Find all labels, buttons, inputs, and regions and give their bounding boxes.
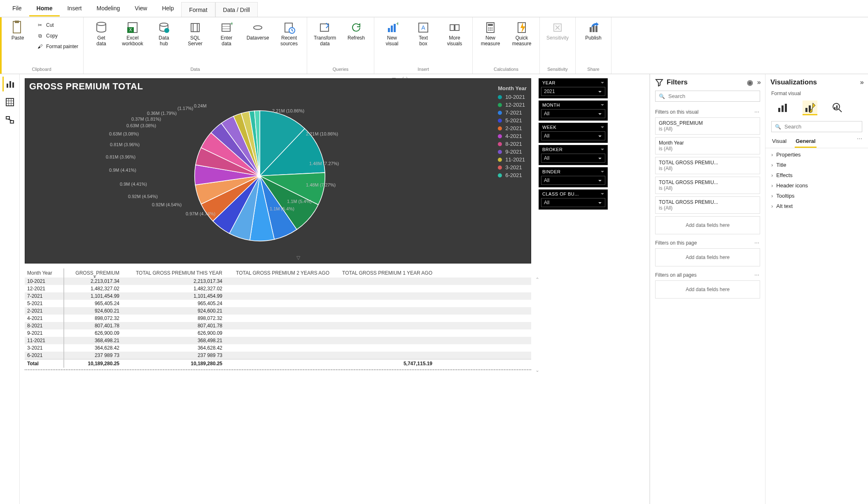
- legend-item[interactable]: 10-2021: [498, 94, 527, 100]
- table-row[interactable]: 7-20211,101,454.991,101,454.99: [25, 292, 531, 300]
- filters-search-input[interactable]: [668, 93, 756, 99]
- report-view-button[interactable]: [2, 77, 17, 91]
- legend-item[interactable]: 7-2021: [498, 110, 527, 116]
- slicer-year[interactable]: YEAR2021: [539, 78, 608, 98]
- viz-search[interactable]: 🔍: [771, 121, 862, 132]
- more-icon[interactable]: ⋯: [857, 135, 862, 148]
- more-icon[interactable]: ⋯: [754, 272, 760, 278]
- legend-item[interactable]: 2-2021: [498, 125, 527, 131]
- table-row[interactable]: 3-2021364,628.42364,628.42: [25, 344, 531, 352]
- paste-button[interactable]: Paste: [3, 19, 32, 43]
- transform-data-button[interactable]: Transform data: [310, 19, 339, 49]
- eye-icon[interactable]: ◉: [747, 78, 753, 87]
- filter-card[interactable]: TOTAL GROSS PREMIU...is (All): [655, 177, 760, 194]
- tab-general[interactable]: General: [795, 135, 816, 148]
- text-box-button[interactable]: AText box: [409, 19, 438, 49]
- cut-button[interactable]: ✂Cut: [35, 21, 80, 30]
- legend-item[interactable]: 12-2021: [498, 102, 527, 108]
- slicer-broker[interactable]: BROKERAll: [539, 145, 608, 165]
- filter-card[interactable]: GROSS_PREMIUMis (All): [655, 117, 760, 135]
- table-row[interactable]: 2-2021924,600.21924,600.21: [25, 307, 531, 315]
- table-row[interactable]: 12-20211,482,327.021,482,327.02: [25, 285, 531, 292]
- svg-rect-41: [12, 82, 14, 88]
- more-icon[interactable]: ⋯: [754, 109, 760, 115]
- tab-format[interactable]: Format: [181, 2, 215, 17]
- new-measure-button[interactable]: New measure: [476, 19, 505, 49]
- tab-insert[interactable]: Insert: [60, 1, 89, 16]
- tab-home[interactable]: Home: [29, 1, 60, 16]
- refresh-button[interactable]: Refresh: [342, 19, 371, 43]
- table-row[interactable]: 5-2021965,405.24965,405.24: [25, 300, 531, 307]
- table-row[interactable]: 8-2021807,401.78807,401.78: [25, 322, 531, 329]
- format-row-alt-text[interactable]: ›Alt text: [771, 203, 862, 209]
- legend-item[interactable]: 8-2021: [498, 141, 527, 147]
- legend-item[interactable]: 9-2021: [498, 149, 527, 155]
- ribbon-group-queries: Transform data Refresh Queries: [307, 17, 374, 74]
- table-row[interactable]: 6-2021237 989 73237 989 73: [25, 352, 531, 359]
- svg-point-31: [488, 30, 490, 31]
- filter-card[interactable]: Month Yearis (All): [655, 137, 760, 154]
- sql-server-button[interactable]: SQL Server: [181, 19, 210, 49]
- model-view-button[interactable]: [2, 113, 17, 128]
- format-row-effects[interactable]: ›Effects: [771, 172, 862, 178]
- data-view-button[interactable]: [2, 95, 17, 110]
- tab-file[interactable]: File: [5, 1, 29, 16]
- chevron-down-icon[interactable]: ▽: [296, 255, 300, 261]
- analytics-button[interactable]: [830, 100, 845, 115]
- table-visual[interactable]: Month Year GROSS_PREMIUM▼ TOTAL GROSS PR…: [25, 268, 531, 370]
- enter-data-button[interactable]: +Enter data: [212, 19, 241, 49]
- slicer-week[interactable]: WEEKAll: [539, 123, 608, 143]
- slicer-month[interactable]: MONTHAll: [539, 100, 608, 121]
- legend-item[interactable]: 6-2021: [498, 172, 527, 178]
- filter-card[interactable]: TOTAL GROSS PREMIU...is (All): [655, 196, 760, 214]
- more-visuals-button[interactable]: More visuals: [440, 19, 469, 49]
- format-row-properties[interactable]: ›Properties: [771, 152, 862, 158]
- more-icon[interactable]: ⋯: [754, 240, 760, 246]
- tab-visual[interactable]: Visual: [771, 135, 787, 148]
- table-row[interactable]: 4-2021898,072.32898,072.32: [25, 315, 531, 322]
- viz-search-input[interactable]: [784, 124, 859, 130]
- legend-item[interactable]: 3-2021: [498, 164, 527, 170]
- table-row[interactable]: 9-2021626,900.09626,900.09: [25, 329, 531, 337]
- legend-item[interactable]: 5-2021: [498, 117, 527, 124]
- format-row-header-icons[interactable]: ›Header iconsOn: [771, 182, 862, 189]
- recent-sources-button[interactable]: Recent sources: [275, 19, 303, 49]
- tab-help[interactable]: Help: [154, 1, 181, 16]
- legend-item[interactable]: 11-2021: [498, 156, 527, 163]
- filter-drop-visual[interactable]: Add data fields here: [655, 216, 760, 234]
- excel-workbook-button[interactable]: XExcel workbook: [118, 19, 147, 49]
- svg-rect-11: [222, 24, 230, 31]
- pie-data-label: 0.92M (4.54%): [152, 202, 182, 207]
- filter-drop-all[interactable]: Add data fields here: [655, 280, 760, 299]
- tab-data-drill[interactable]: Data / Drill: [215, 2, 258, 17]
- sensitivity-icon: [551, 21, 565, 35]
- publish-button[interactable]: Publish: [579, 19, 608, 43]
- table-row[interactable]: 11-2021368,498.21368,498.21: [25, 337, 531, 344]
- data-hub-button[interactable]: Data hub: [149, 19, 178, 49]
- new-visual-button[interactable]: +New visual: [378, 19, 406, 49]
- legend-item[interactable]: 4-2021: [498, 133, 527, 139]
- collapse-icon[interactable]: »: [757, 78, 761, 87]
- get-data-button[interactable]: Get data: [87, 19, 116, 49]
- filters-search[interactable]: 🔍: [655, 91, 760, 102]
- filter-card[interactable]: TOTAL GROSS PREMIU...is (All): [655, 157, 760, 174]
- table-row[interactable]: 10-20212,213,017.342,213,017.34: [25, 278, 531, 285]
- svg-point-7: [164, 28, 169, 33]
- tab-modeling[interactable]: Modeling: [89, 1, 127, 16]
- quick-measure-button[interactable]: Quick measure: [507, 19, 536, 49]
- slicer-class-of-bu-[interactable]: CLASS OF BU...All: [539, 189, 608, 210]
- build-visual-button[interactable]: [775, 100, 790, 115]
- collapse-icon[interactable]: »: [860, 78, 864, 86]
- format-row-title[interactable]: ›TitleOn: [771, 162, 862, 168]
- pie-chart-visual[interactable]: GROSS PREMIUM TOTAL 2.21M (10.86%)2.21M …: [25, 78, 531, 264]
- format-row-tooltips[interactable]: ›TooltipsOn: [771, 193, 862, 199]
- tab-view[interactable]: View: [127, 1, 154, 16]
- scroll-up-icon[interactable]: ⌃: [535, 277, 539, 282]
- scroll-down-icon[interactable]: ⌄: [535, 367, 539, 373]
- filter-drop-page[interactable]: Add data fields here: [655, 248, 760, 266]
- format-visual-button[interactable]: [803, 100, 817, 115]
- copy-button[interactable]: ⧉Copy: [35, 31, 80, 40]
- slicer-binder[interactable]: BINDERAll: [539, 167, 608, 187]
- format-painter-button[interactable]: 🖌Format painter: [35, 42, 80, 51]
- dataverse-button[interactable]: Dataverse: [243, 19, 272, 43]
